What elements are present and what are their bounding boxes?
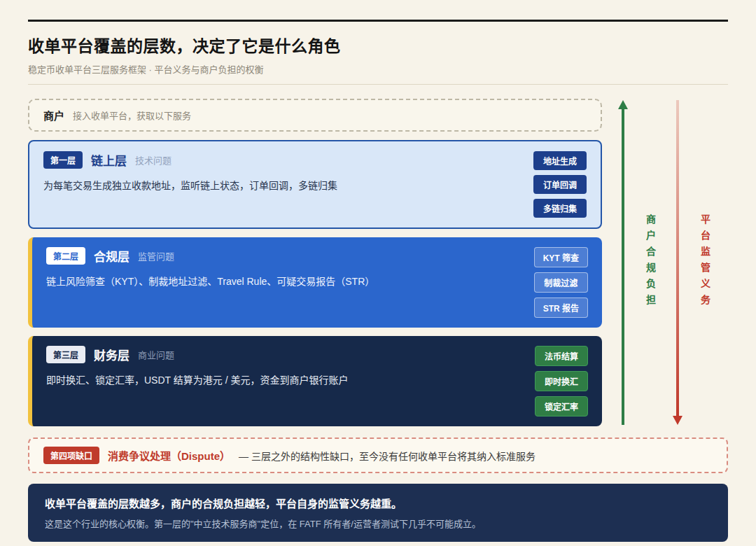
layer-compliance-tag: 监管问题 [138,249,174,262]
header-divider [28,84,728,85]
platform-duty-label: 平台监管义务 [698,214,712,311]
layer-compliance-header: 第二层 合规层 监管问题 [46,247,534,265]
layer-finance-header: 第三层 财务层 商业问题 [46,346,535,363]
arrow-down-icon [673,100,682,425]
chip-kyt-screening: KYT 筛查 [534,247,588,267]
arrow-down-head [673,416,682,425]
layer-compliance: 第二层 合规层 监管问题 链上风险筛查（KYT）、制裁地址过滤、Travel R… [28,237,602,328]
layer-onchain-header: 第一层 链上层 技术问题 [43,151,533,169]
gap-badge: 第四项缺口 [43,447,99,464]
layer-onchain-chips: 地址生成 订单回调 多链归集 [533,151,587,218]
layer-finance-badge: 第三层 [46,346,85,363]
gap-title: 消费争议处理（Dispute） [108,448,230,463]
layer-onchain: 第一层 链上层 技术问题 为每笔交易生成独立收款地址，监听链上状态，订单回调，多… [28,140,602,229]
summary-headline: 收单平台覆盖的层数越多，商户的合规负担越轻，平台自身的监管义务越重。 [45,496,711,510]
summary-detail: 这是这个行业的核心权衡。第一层的"中立技术服务商"定位，在 FATF 所有者/运… [45,517,711,530]
chip-order-callback: 订单回调 [533,175,587,194]
summary-box: 收单平台覆盖的层数越多，商户的合规负担越轻，平台自身的监管义务越重。 这是这个行… [28,484,728,542]
page-title: 收单平台覆盖的层数，决定了它是什么角色 [28,33,728,57]
layer-onchain-tag: 技术问题 [135,153,172,167]
chip-fiat-settlement: 法币结算 [535,346,588,366]
layer-finance-chips: 法币结算 即时换汇 锁定汇率 [535,346,588,416]
layer-onchain-name: 链上层 [91,151,127,169]
dispute-gap-box: 第四项缺口 消费争议处理（Dispute） — 三层之外的结构性缺口，至今没有任… [28,438,728,473]
layer-onchain-badge: 第一层 [43,151,83,169]
layer-finance-name: 财务层 [94,346,130,363]
chip-sanctions-filter: 制裁过滤 [534,272,588,293]
merchant-burden-label: 商户合规负担 [643,214,657,311]
layer-finance-description: 即时换汇、锁定汇率，USDT 结算为港元 / 美元，资金到商户银行账户 [46,372,535,386]
page-subtitle: 稳定币收单平台三层服务框架 · 平台义务与商户负担的权衡 [28,62,728,76]
platform-duty-label-wrap: 平台监管义务 [698,100,712,425]
merchant-box: 商户 接入收单平台，获取以下服务 [28,99,602,132]
layer-compliance-badge: 第二层 [46,247,85,265]
layer-compliance-name: 合规层 [94,247,130,265]
chip-str-report: STR 报告 [534,298,588,318]
layer-compliance-content: 第二层 合规层 监管问题 链上风险筛查（KYT）、制裁地址过滤、Travel R… [46,247,534,288]
chip-multichain-sweep: 多链归集 [533,199,587,218]
merchant-label: 商户 [43,108,64,122]
arrows-panel: 商户合规负担 平台监管义务 [602,99,728,426]
layer-onchain-description: 为每笔交易生成独立收款地址，监听链上状态，订单回调，多链归集 [43,178,533,192]
chip-instant-fx: 即时换汇 [535,371,588,391]
layer-finance-tag: 商业问题 [138,348,174,361]
merchant-description: 接入收单平台，获取以下服务 [73,108,191,122]
gap-description: — 三层之外的结构性缺口，至今没有任何收单平台将其纳入标准服务 [239,449,536,463]
layer-stack: 商户 接入收单平台，获取以下服务 第一层 链上层 技术问题 为每笔交易生成独立收… [28,99,602,426]
layer-finance: 第三层 财务层 商业问题 即时换汇、锁定汇率，USDT 结算为港元 / 美元，资… [28,336,602,426]
arrow-up-shaft [622,109,624,425]
merchant-burden-label-wrap: 商户合规负担 [643,100,657,425]
layer-onchain-content: 第一层 链上层 技术问题 为每笔交易生成独立收款地址，监听链上状态，订单回调，多… [43,151,533,192]
top-rule [28,20,728,22]
chip-address-generation: 地址生成 [533,151,587,170]
chip-locked-rate: 锁定汇率 [535,396,588,416]
layer-compliance-chips: KYT 筛查 制裁过滤 STR 报告 [534,247,588,318]
arrow-up-head [618,100,628,109]
layer-finance-content: 第三层 财务层 商业问题 即时换汇、锁定汇率，USDT 结算为港元 / 美元，资… [46,346,535,386]
framework-diagram: 商户 接入收单平台，获取以下服务 第一层 链上层 技术问题 为每笔交易生成独立收… [28,99,728,426]
infographic-page: 收单平台覆盖的层数，决定了它是什么角色 稳定币收单平台三层服务框架 · 平台义务… [0,0,756,546]
layer-compliance-description: 链上风险筛查（KYT）、制裁地址过滤、Travel Rule、可疑交易报告（ST… [46,274,534,288]
arrow-down-shaft [676,100,679,416]
arrow-up-icon [618,100,628,425]
